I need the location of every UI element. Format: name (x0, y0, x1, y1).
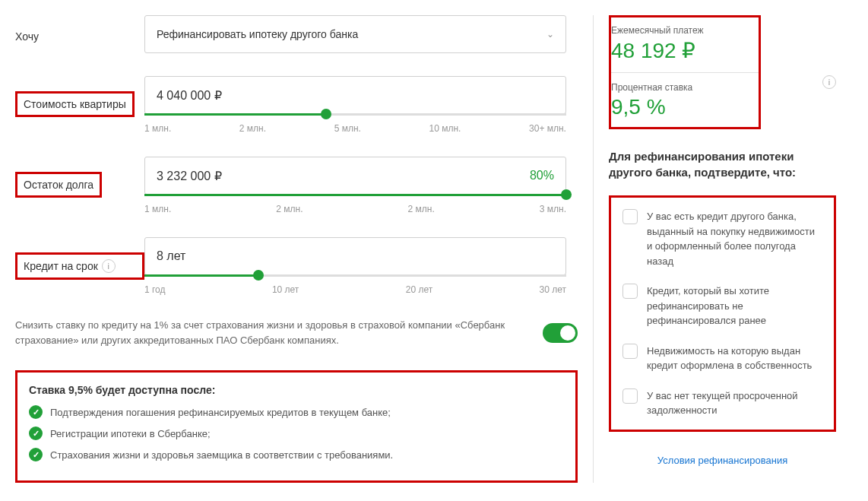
slider-thumb[interactable] (253, 270, 264, 281)
rate-title: Ставка 9,5% будет доступна после: (29, 384, 564, 396)
info-icon[interactable]: i (822, 75, 836, 89)
debt-ticks: 1 млн. 2 млн. 2 млн. 3 млн. (144, 204, 566, 214)
summary-box: Ежемесячный платеж 48 192 ₽ Процентная с… (609, 15, 761, 129)
checkbox[interactable] (622, 388, 638, 404)
debt-value: 3 232 000 ₽ (157, 169, 222, 183)
checklist-item: Недвижимость на которую выдан кредит офо… (622, 344, 822, 373)
debt-label: Остаток долга (15, 172, 102, 198)
checklist-item: У вас нет текущей просроченной задолженн… (622, 388, 822, 418)
check-icon: ✓ (29, 448, 43, 461)
term-label: Кредит на срок (24, 260, 98, 272)
rate-label: Процентная ставка (611, 82, 759, 93)
check-icon: ✓ (29, 426, 43, 440)
checklist-item: Кредит, который вы хотите рефинансироват… (622, 284, 822, 328)
rate-conditions-box: Ставка 9,5% будет доступна после: ✓ Подт… (15, 370, 578, 483)
debt-input[interactable]: 3 232 000 ₽ 80% (144, 157, 566, 195)
calculator-form: Хочу Рефинансировать ипотеку другого бан… (0, 15, 593, 483)
cost-ticks: 1 млн. 2 млн. 5 млн. 10 млн. 30+ млн. (144, 123, 566, 134)
want-value: Рефинансировать ипотеку другого банка (157, 28, 358, 40)
checklist-item: У вас есть кредит другого банка, выданны… (622, 209, 822, 268)
debt-pct: 80% (530, 169, 554, 182)
want-select[interactable]: Рефинансировать ипотеку другого банка ⌄ (144, 15, 566, 53)
toggle-knob (560, 325, 575, 341)
payment-label: Ежемесячный платеж (611, 25, 759, 36)
payment-value: 48 192 ₽ (611, 38, 759, 63)
term-input[interactable]: 8 лет (144, 237, 566, 275)
cost-slider[interactable]: 1 млн. 2 млн. 5 млн. 10 млн. 30+ млн. (144, 113, 566, 134)
checkbox[interactable] (622, 284, 638, 299)
term-value: 8 лет (157, 249, 185, 263)
cost-input[interactable]: 4 040 000 ₽ (144, 76, 566, 114)
rate-item: ✓ Регистрации ипотеки в Сбербанке; (29, 426, 564, 440)
checkbox[interactable] (622, 209, 638, 224)
rate-item: ✓ Страхования жизни и здоровья заемщика … (29, 448, 564, 461)
cost-label: Стоимость квартиры (15, 91, 135, 117)
chevron-down-icon: ⌄ (546, 29, 554, 40)
rate-value: 9,5 % (611, 95, 759, 119)
rate-item: ✓ Подтверждения погашения рефинансируемы… (29, 405, 564, 419)
checklist-box: У вас есть кредит другого банка, выданны… (609, 195, 836, 432)
confirm-title: Для рефинансирования ипотеки другого бан… (609, 148, 836, 180)
want-label: Хочу (15, 15, 144, 43)
checkbox[interactable] (622, 344, 638, 359)
insurance-toggle[interactable] (543, 323, 578, 343)
debt-slider[interactable]: 1 млн. 2 млн. 2 млн. 3 млн. (144, 194, 566, 214)
terms-link[interactable]: Условия рефинансирования (609, 455, 836, 466)
cost-value: 4 040 000 ₽ (157, 88, 222, 103)
summary-panel: Ежемесячный платеж 48 192 ₽ Процентная с… (593, 15, 851, 483)
slider-thumb[interactable] (321, 109, 331, 119)
term-ticks: 1 год 10 лет 20 лет 30 лет (144, 284, 566, 295)
term-slider[interactable]: 1 год 10 лет 20 лет 30 лет (144, 274, 566, 295)
insurance-text: Снизить ставку по кредиту на 1% за счет … (15, 318, 527, 347)
check-icon: ✓ (29, 405, 43, 419)
slider-thumb[interactable] (561, 189, 572, 200)
info-icon[interactable]: i (102, 259, 116, 273)
